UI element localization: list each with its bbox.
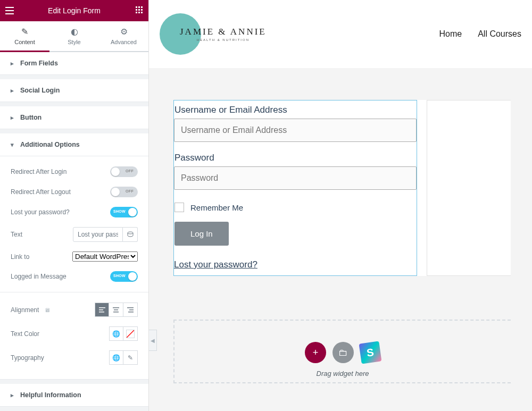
section-additional-options: ▾ Additional Options Redirect After Logi… — [0, 133, 148, 380]
password-field: Password — [174, 148, 417, 190]
sidebar-header: Edit Login Form — [0, 0, 148, 21]
control-text: Text — [11, 222, 138, 247]
pencil-icon: ✎ — [0, 27, 49, 37]
caret-right-icon: ▸ — [11, 114, 20, 121]
kit-icon: S — [366, 346, 375, 359]
svg-rect-13 — [99, 307, 105, 308]
svg-rect-19 — [127, 307, 134, 308]
svg-rect-11 — [141, 12, 143, 13]
control-typography: Typography 🌐 ✎ — [11, 346, 138, 370]
control-lost-password: Lost your password? SHOW — [11, 202, 138, 222]
svg-rect-21 — [128, 312, 134, 313]
global-typography-button[interactable]: 🌐 — [109, 350, 123, 365]
toggle-lost-password[interactable]: SHOW — [110, 207, 138, 217]
globe-icon: 🌐 — [112, 354, 120, 362]
color-swatch — [126, 330, 135, 338]
svg-rect-5 — [141, 6, 143, 8]
align-left-button[interactable] — [95, 303, 109, 317]
apps-icon[interactable] — [127, 6, 143, 15]
tab-content[interactable]: ✎ Content — [0, 21, 49, 52]
folder-icon: 🗀 — [338, 347, 348, 358]
toggle-logged-in-message[interactable]: SHOW — [110, 271, 138, 282]
lost-password-link[interactable]: Lost your password? — [174, 259, 417, 270]
svg-rect-18 — [113, 312, 119, 313]
align-right-button[interactable] — [123, 303, 138, 317]
svg-rect-9 — [136, 12, 137, 13]
control-redirect-after-login: Redirect After Login OFF — [11, 162, 138, 182]
page-body: Username or Email Address Password Remem… — [149, 68, 532, 394]
preview-canvas: JAMIE & ANNIE HEALTH & NUTRITION Home Al… — [149, 0, 532, 411]
control-logged-in-message: Logged in Message SHOW — [11, 266, 138, 287]
username-field: Username or Email Address — [174, 100, 417, 142]
svg-rect-10 — [138, 12, 140, 13]
section-social-login: ▸ Social Login — [0, 79, 148, 102]
section-header-button[interactable]: ▸ Button — [0, 106, 148, 129]
empty-column[interactable] — [427, 100, 511, 276]
color-picker-button[interactable] — [123, 326, 138, 341]
svg-rect-14 — [99, 309, 103, 311]
section-button: ▸ Button — [0, 106, 148, 129]
global-color-button[interactable]: 🌐 — [109, 326, 123, 341]
template-library-button[interactable]: 🗀 — [332, 342, 354, 363]
tab-advanced[interactable]: ⚙ Advanced — [99, 21, 148, 51]
responsive-icon[interactable]: 🖥 — [44, 307, 50, 313]
toggle-redirect-after-logout[interactable]: OFF — [110, 187, 138, 197]
svg-rect-17 — [114, 309, 118, 311]
logo-text-primary: JAMIE & ANNIE — [180, 27, 267, 37]
section-header-form-fields[interactable]: ▸ Form Fields — [0, 52, 148, 74]
caret-right-icon: ▸ — [11, 392, 20, 399]
sections-list: ▸ Form Fields ▸ Social Login ▸ Button ▾ — [0, 52, 148, 411]
pencil-icon: ✎ — [128, 354, 133, 362]
dynamic-tags-button[interactable] — [123, 227, 138, 242]
password-input[interactable] — [174, 166, 417, 190]
contrast-icon: ◐ — [49, 27, 99, 37]
link-to-select[interactable]: Default WordPress — [72, 251, 138, 262]
divider — [0, 292, 148, 292]
svg-rect-6 — [136, 9, 137, 11]
login-form-widget[interactable]: Username or Email Address Password Remem… — [173, 100, 417, 276]
svg-rect-1 — [5, 10, 14, 11]
section-header-additional-options[interactable]: ▾ Additional Options — [0, 133, 148, 156]
svg-rect-3 — [136, 6, 137, 8]
collapse-sidebar-button[interactable]: ◀ — [149, 330, 157, 351]
username-input[interactable] — [174, 119, 417, 142]
form-row: Username or Email Address Password Remem… — [173, 100, 511, 276]
nav-link-courses[interactable]: All Courses — [478, 29, 521, 39]
remember-me-row: Remember Me — [174, 203, 417, 212]
svg-rect-8 — [141, 9, 143, 11]
menu-icon[interactable] — [5, 7, 21, 14]
globe-icon: 🌐 — [112, 330, 120, 338]
add-section-button[interactable]: + — [305, 342, 326, 363]
remember-me-label: Remember Me — [190, 203, 243, 212]
tab-style[interactable]: ◐ Style — [49, 21, 99, 51]
svg-rect-7 — [138, 9, 140, 11]
text-input[interactable] — [73, 227, 123, 242]
drop-zone[interactable]: + 🗀 S Drag widget here — [173, 320, 511, 383]
panel-tabs: ✎ Content ◐ Style ⚙ Advanced — [0, 21, 148, 52]
additional-options-body: Redirect After Login OFF Redirect After … — [0, 156, 148, 379]
editor-sidebar: Edit Login Form ✎ Content ◐ Style ⚙ Adva… — [0, 0, 149, 411]
nav-link-home[interactable]: Home — [439, 29, 462, 39]
section-header-social-login[interactable]: ▸ Social Login — [0, 79, 148, 102]
svg-rect-0 — [5, 7, 14, 8]
remember-me-checkbox[interactable] — [174, 203, 184, 212]
svg-rect-15 — [99, 312, 104, 313]
toggle-redirect-after-login[interactable]: OFF — [110, 166, 138, 177]
password-label: Password — [174, 148, 417, 166]
caret-down-icon: ▾ — [11, 141, 20, 148]
logo-text-secondary: HEALTH & NUTRITION — [180, 38, 267, 41]
drop-hint: Drag widget here — [317, 370, 369, 378]
template-kit-button[interactable]: S — [359, 341, 382, 364]
align-center-button[interactable] — [109, 303, 123, 317]
svg-rect-16 — [113, 307, 119, 308]
section-header-helpful-information[interactable]: ▸ Helpful Information — [0, 384, 148, 406]
typography-edit-button[interactable]: ✎ — [123, 350, 138, 365]
primary-nav: Home All Courses — [439, 29, 522, 39]
username-label: Username or Email Address — [174, 100, 417, 119]
gear-icon: ⚙ — [99, 27, 148, 37]
control-alignment: Alignment 🖥 — [11, 298, 138, 322]
section-helpful-information: ▸ Helpful Information — [0, 384, 148, 407]
site-logo[interactable]: JAMIE & ANNIE HEALTH & NUTRITION — [160, 13, 439, 55]
login-button[interactable]: Log In — [174, 222, 229, 246]
section-form-fields: ▸ Form Fields — [0, 52, 148, 75]
